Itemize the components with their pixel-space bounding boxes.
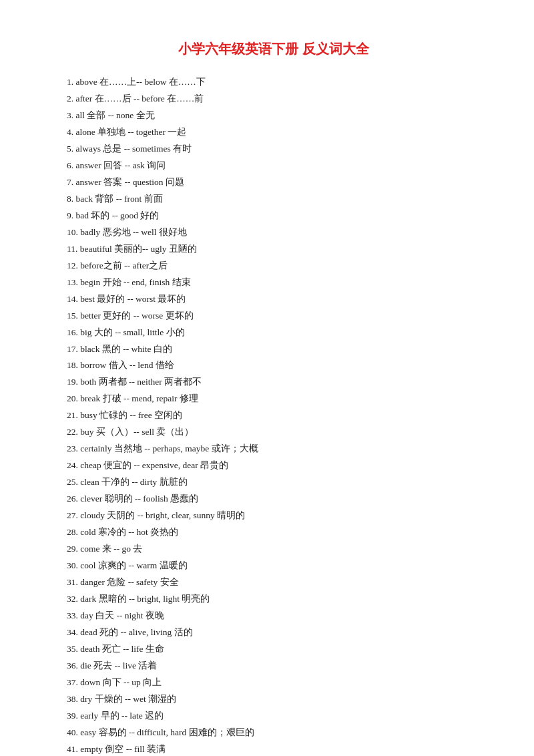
list-item: 34. dead 死的 -- alive, living 活的	[67, 624, 481, 641]
list-item: 39. early 早的 -- late 迟的	[67, 708, 481, 725]
list-item: 5. always 总是 -- sometimes 有时	[67, 141, 481, 158]
list-item: 3. all 全部 -- none 全无	[67, 108, 481, 124]
word-list: 1. above 在……上-- below 在……下2. after 在……后 …	[67, 74, 481, 756]
list-item: 15. better 更好的 -- worse 更坏的	[67, 308, 481, 325]
list-item: 8. back 背部 -- front 前面	[67, 191, 481, 208]
list-item: 7. answer 答案 -- question 问题	[67, 174, 481, 191]
list-item: 37. down 向下 -- up 向上	[67, 675, 481, 691]
list-item: 13. begin 开始 -- end, finish 结束	[67, 274, 481, 291]
list-item: 9. bad 坏的 -- good 好的	[67, 208, 481, 224]
list-item: 22. buy 买（入）-- sell 卖（出）	[67, 424, 481, 441]
list-item: 17. black 黑的 -- white 白的	[67, 341, 481, 358]
list-item: 18. borrow 借入 -- lend 借给	[67, 357, 481, 374]
list-item: 24. cheap 便宜的 -- expensive, dear 昂贵的	[67, 457, 481, 474]
list-item: 25. clean 干净的 -- dirty 肮脏的	[67, 474, 481, 491]
list-item: 1. above 在……上-- below 在……下	[67, 74, 481, 91]
list-item: 10. badly 恶劣地 -- well 很好地	[67, 224, 481, 241]
list-item: 4. alone 单独地 -- together 一起	[67, 124, 481, 141]
list-item: 41. empty 倒空 -- fill 装满	[67, 741, 481, 756]
list-item: 11. beautiful 美丽的-- ugly 丑陋的	[67, 241, 481, 258]
list-item: 27. cloudy 天阴的 -- bright, clear, sunny 晴…	[67, 508, 481, 524]
list-item: 23. certainly 当然地 -- perhaps, maybe 或许；大…	[67, 441, 481, 457]
list-item: 21. busy 忙碌的 -- free 空闲的	[67, 407, 481, 424]
list-item: 38. dry 干燥的 -- wet 潮湿的	[67, 691, 481, 708]
list-item: 31. danger 危险 -- safety 安全	[67, 574, 481, 591]
list-item: 40. easy 容易的 -- difficult, hard 困难的；艰巨的	[67, 725, 481, 741]
list-item: 14. best 最好的 -- worst 最坏的	[67, 291, 481, 308]
list-item: 33. day 白天 -- night 夜晚	[67, 608, 481, 624]
list-item: 20. break 打破 -- mend, repair 修理	[67, 391, 481, 407]
list-item: 2. after 在……后 -- before 在……前	[67, 91, 481, 108]
list-item: 36. die 死去 -- live 活着	[67, 658, 481, 675]
list-item: 26. clever 聪明的 -- foolish 愚蠢的	[67, 491, 481, 508]
list-item: 30. cool 凉爽的 -- warm 温暖的	[67, 558, 481, 574]
list-item: 29. come 来 -- go 去	[67, 541, 481, 558]
list-item: 16. big 大的 -- small, little 小的	[67, 325, 481, 341]
list-item: 28. cold 寒冷的 -- hot 炎热的	[67, 524, 481, 541]
page-title: 小学六年级英语下册 反义词大全	[67, 40, 481, 58]
list-item: 6. answer 回答 -- ask 询问	[67, 158, 481, 174]
list-item: 12. before之前 -- after之后	[67, 258, 481, 274]
list-item: 32. dark 黑暗的 -- bright, light 明亮的	[67, 591, 481, 608]
list-item: 35. death 死亡 -- life 生命	[67, 641, 481, 658]
list-item: 19. both 两者都 -- neither 两者都不	[67, 374, 481, 391]
